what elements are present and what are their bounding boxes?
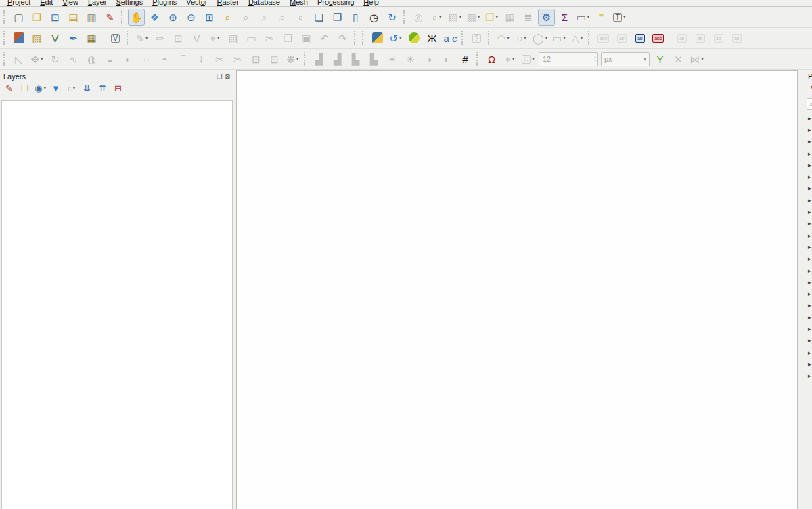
snapping-mode[interactable]: ⌖▾ <box>501 51 518 68</box>
snapping-tolerance[interactable]: 12▴▾ <box>539 52 598 66</box>
new-virtual-layer[interactable]: V <box>107 30 124 47</box>
decrease-contrast[interactable]: ◐ <box>438 51 455 68</box>
processing-tree-item[interactable]: ▸ <box>807 148 812 159</box>
move-feature[interactable]: ✥▾ <box>28 51 45 68</box>
expand-arrow-icon[interactable]: ▸ <box>808 279 811 286</box>
toolbar-grip[interactable] <box>488 31 492 45</box>
processing-tree-item[interactable]: ▸ <box>807 171 812 182</box>
pan-map[interactable]: ✋ <box>128 9 145 26</box>
remove-layer-group[interactable]: ⊟ <box>111 81 125 95</box>
select-features-dropdown-icon[interactable]: ▾ <box>459 14 462 20</box>
toolbar-grip[interactable] <box>127 31 131 45</box>
expand-arrow-icon[interactable]: ▸ <box>808 220 811 227</box>
identify-features[interactable]: ◎ <box>410 9 427 26</box>
show-spatial-bookmarks[interactable]: ❐ <box>329 9 346 26</box>
processing-tree-item[interactable]: ▸ <box>807 335 812 347</box>
filter-legend[interactable]: ▼ <box>49 81 63 95</box>
current-edits[interactable]: ✎▾ <box>133 30 150 47</box>
processing-tree-item[interactable]: ▸ <box>807 124 812 135</box>
add-group[interactable]: ❒ <box>18 81 32 95</box>
letters-plugin[interactable]: a c <box>442 30 459 47</box>
menu-layer[interactable]: Layer <box>83 0 112 7</box>
processing-tree-item[interactable]: ▸ <box>807 229 812 241</box>
text-annotation-dropdown-icon[interactable]: ▾ <box>623 14 626 20</box>
style-manager[interactable]: ✎ <box>102 9 118 26</box>
current-edits-dropdown-icon[interactable]: ▾ <box>145 35 148 41</box>
manage-map-themes-dropdown-icon[interactable]: ▾ <box>43 85 46 91</box>
full-cumulative-stretch[interactable]: ▙ <box>365 51 382 68</box>
delete-ring[interactable]: ◌ <box>138 51 155 68</box>
expand-arrow-icon[interactable]: ▸ <box>808 267 811 274</box>
processing-tree-item[interactable]: ▸ <box>807 347 812 358</box>
help-contents[interactable]: ? <box>468 30 485 47</box>
deselect-features-all-layers[interactable]: ❒▾ <box>483 9 500 26</box>
map-canvas[interactable] <box>236 70 798 509</box>
processing-tree-item[interactable]: ▸ <box>807 358 812 370</box>
menu-project[interactable]: Project <box>3 0 35 7</box>
menu-settings[interactable]: Settings <box>111 0 148 7</box>
modify-attributes-selected[interactable]: ▨ <box>225 30 242 47</box>
expand-arrow-icon[interactable]: ▸ <box>808 372 811 379</box>
map-tips[interactable]: ❞ <box>593 9 610 26</box>
run-feature-action[interactable]: ⌕▾ <box>428 9 445 26</box>
add-vector-layer[interactable]: V <box>47 30 64 47</box>
rotate-point-symbols[interactable]: ❋▾ <box>284 51 301 68</box>
snapping-options[interactable]: ∷▾ <box>520 51 537 68</box>
show-hide-labels[interactable]: ab <box>673 30 690 47</box>
expand-arrow-icon[interactable]: ▸ <box>808 127 811 133</box>
zoom-to-layer[interactable]: ⌕ <box>238 9 254 26</box>
ellipse-digitize-dropdown-icon[interactable]: ▾ <box>545 35 548 41</box>
circle-digitize-dropdown-icon[interactable]: ▾ <box>524 35 526 41</box>
regular-polygon-digitize[interactable]: △▾ <box>568 30 585 47</box>
layer-labeling-options[interactable]: abc <box>595 30 612 47</box>
rerun-last-operation-dropdown-icon[interactable]: ▾ <box>399 35 402 41</box>
manage-map-themes[interactable]: ◉▾ <box>33 81 47 95</box>
snapping-options-dropdown-icon[interactable]: ▾ <box>532 56 535 62</box>
processing-tree-item[interactable]: ▸ <box>807 159 812 171</box>
move-label[interactable]: ab <box>692 30 708 47</box>
expand-arrow-icon[interactable]: ▸ <box>808 255 811 262</box>
toolbar-grip[interactable] <box>476 52 480 66</box>
collapse-all[interactable]: ⇈ <box>95 81 110 95</box>
run-feature-action-dropdown-icon[interactable]: ▾ <box>439 14 442 20</box>
self-snapping-dropdown-icon[interactable]: ▾ <box>701 56 704 62</box>
zoom-next[interactable]: ⌕ <box>292 9 309 26</box>
undo[interactable]: ↶ <box>316 30 333 47</box>
processing-tree-item[interactable]: ▸ <box>807 218 812 229</box>
rerun-last-operation[interactable]: ↺▾ <box>387 30 404 47</box>
zoom-full-extent[interactable]: ⊞ <box>201 9 218 26</box>
expand-arrow-icon[interactable]: ▸ <box>808 185 811 192</box>
snapping-on-intersection[interactable]: ✕ <box>670 51 687 68</box>
expand-arrow-icon[interactable]: ▸ <box>808 208 811 215</box>
expand-arrow-icon[interactable]: ▸ <box>808 173 811 180</box>
refresh-map[interactable]: ↻ <box>384 9 401 26</box>
new-shapefile-layer[interactable]: ✒ <box>65 30 82 47</box>
new-print-layout[interactable]: ▤ <box>65 9 82 26</box>
snapping-units[interactable]: px▾ <box>601 52 650 66</box>
menu-mesh[interactable]: Mesh <box>285 0 313 7</box>
reshape-features[interactable]: ≀ <box>193 51 210 68</box>
filter-legend-by-expression[interactable]: ε▾ <box>64 81 78 95</box>
menu-view[interactable]: View <box>58 0 83 7</box>
save-layer-edits[interactable]: ⊡ <box>170 30 187 47</box>
bug-plugin[interactable]: Ж <box>424 30 441 47</box>
data-source-manager[interactable] <box>10 30 27 47</box>
processing-tree-item[interactable]: ▸ <box>807 300 812 311</box>
menu-processing[interactable]: Processing <box>313 0 359 7</box>
merge-selected-features[interactable]: ⊞ <box>248 51 265 68</box>
rotate-point-symbols-dropdown-icon[interactable]: ▾ <box>296 56 299 62</box>
processing-tree-item[interactable]: ▸ <box>807 370 812 382</box>
select-features-by-value-dropdown-icon[interactable]: ▾ <box>478 14 480 20</box>
zoom-to-selection[interactable]: ⌕ <box>219 9 236 26</box>
zoom-native-resolution[interactable]: ⌕ <box>256 9 273 26</box>
show-bookmark-manager[interactable]: ▯ <box>347 9 364 26</box>
rectangle-digitize-dropdown-icon[interactable]: ▾ <box>563 35 566 41</box>
layer-diagram-options[interactable]: ab <box>613 30 630 47</box>
processing-tree-item[interactable]: ▸ <box>807 194 812 206</box>
delete-selected[interactable]: ▭ <box>243 30 260 47</box>
full-histogram-stretch[interactable]: ▟ <box>329 51 346 68</box>
toolbar-grip[interactable] <box>403 10 407 24</box>
toolbar-grip[interactable] <box>3 31 7 45</box>
circular-string-digitize[interactable]: ◠▾ <box>495 30 512 47</box>
menu-vector[interactable]: Vector <box>181 0 212 7</box>
